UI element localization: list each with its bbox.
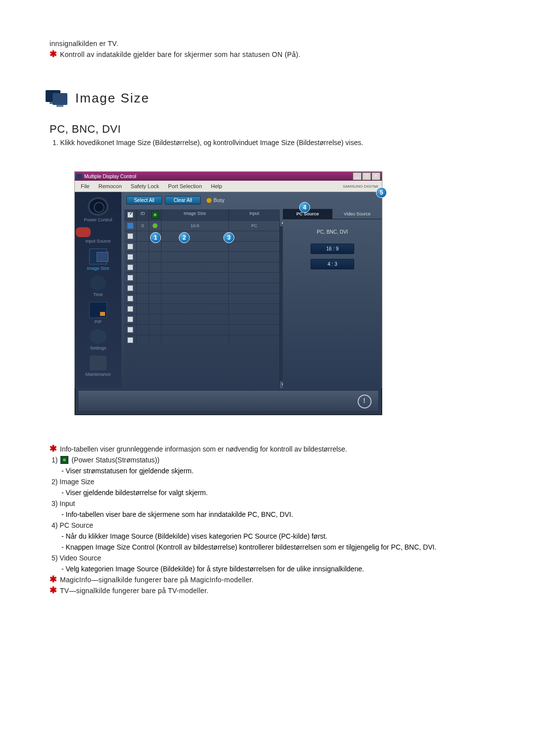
- sidebar-label-time: Time: [75, 292, 121, 297]
- note-0: Info-tabellen viser grunnleggende inform…: [60, 445, 347, 453]
- callout-5: 5: [376, 187, 387, 198]
- app-icon: [76, 174, 82, 179]
- callout-2: 2: [179, 232, 190, 243]
- select-all-button[interactable]: Select All: [126, 196, 162, 204]
- table-row[interactable]: [124, 241, 280, 252]
- table-row[interactable]: [124, 262, 280, 272]
- subsection-desc: 1. Klikk hovedikonet Image Size (Bildest…: [53, 139, 505, 147]
- table-row[interactable]: [124, 293, 280, 303]
- callout-1: 1: [150, 232, 161, 243]
- col-input[interactable]: Input: [229, 209, 280, 220]
- sidebar-item-image-size[interactable]: Image Size: [75, 249, 121, 271]
- row-checkbox[interactable]: [127, 254, 133, 260]
- menu-file[interactable]: File: [81, 183, 90, 189]
- sidebar-label-input: Input Source: [75, 239, 121, 244]
- row-checkbox[interactable]: [127, 327, 133, 333]
- table-row[interactable]: [124, 303, 280, 314]
- size-4-3-button[interactable]: 4 : 3: [311, 259, 354, 269]
- row-checkbox[interactable]: [127, 337, 133, 343]
- table-row[interactable]: [124, 314, 280, 324]
- menu-remocon[interactable]: Remocon: [99, 183, 122, 189]
- power-icon: [88, 197, 108, 216]
- menu-safety[interactable]: Safety Lock: [131, 183, 159, 189]
- table-row[interactable]: [124, 335, 280, 345]
- power-col-icon: [151, 211, 159, 219]
- star-icon: ✱: [50, 50, 57, 57]
- table-row[interactable]: [124, 252, 280, 262]
- alert-icon: [358, 395, 372, 408]
- sidebar-label-image: Image Size: [75, 266, 121, 271]
- sidebar-item-power[interactable]: Power Control: [75, 197, 121, 222]
- table-row[interactable]: [124, 324, 280, 335]
- busy-indicator-icon: [207, 198, 212, 203]
- panel-label: PC, BNC, DVI: [288, 229, 377, 235]
- cell-input: PC: [229, 221, 280, 231]
- size-16-9-button[interactable]: 16 : 9: [311, 244, 354, 254]
- power-status-icon: [60, 456, 68, 464]
- row-checkbox[interactable]: [127, 264, 133, 270]
- brand-label: SAMSUNG DIGITall: [343, 184, 378, 189]
- header-checkbox[interactable]: [127, 212, 133, 218]
- row-checkbox[interactable]: [127, 296, 133, 302]
- tab-video-source[interactable]: Video Source: [332, 209, 382, 219]
- sidebar: Power Control Input Source Image Size Ti…: [75, 192, 121, 388]
- pip-icon: [89, 302, 107, 318]
- intro-line-1: innsignalkilden er TV.: [50, 40, 505, 48]
- table-row[interactable]: [124, 272, 280, 283]
- sidebar-item-pip[interactable]: PIP: [75, 302, 121, 324]
- app-window: Multiple Display Control _ □ × File Remo…: [74, 171, 382, 415]
- remote-icon: [76, 227, 91, 237]
- note-4-sub2: - Knappen Image Size Control (Kontroll a…: [61, 543, 505, 551]
- sidebar-item-settings[interactable]: Settings: [75, 329, 121, 351]
- table-row[interactable]: 0 16:9 PC: [124, 220, 280, 231]
- row-checkbox[interactable]: [127, 306, 133, 312]
- note-6: MagicInfo—signalkilde fungerer bare på M…: [60, 576, 254, 584]
- window-title: Multiple Display Control: [84, 174, 136, 179]
- note-1-sub: - Viser strømstatusen for gjeldende skje…: [61, 467, 505, 475]
- note-1-head: 1): [52, 456, 57, 464]
- sidebar-label-settings: Settings: [75, 346, 121, 351]
- display-grid: ID Image Size Input 0 16:9 PC: [124, 209, 280, 388]
- callout-3: 3: [223, 232, 234, 243]
- close-button[interactable]: ×: [372, 172, 380, 180]
- sidebar-item-time[interactable]: Time: [75, 276, 121, 297]
- clock-icon: [90, 276, 107, 291]
- col-image-size[interactable]: Image Size: [161, 209, 229, 220]
- maximize-button[interactable]: □: [362, 172, 371, 180]
- row-checkbox[interactable]: [127, 233, 133, 239]
- intro-line-2: Kontroll av indatakilde gjelder bare for…: [60, 50, 300, 58]
- busy-label: Busy: [214, 198, 224, 203]
- table-row[interactable]: [124, 283, 280, 293]
- power-on-icon: [153, 223, 158, 228]
- row-checkbox[interactable]: [127, 285, 133, 291]
- sidebar-label-pip: PIP: [75, 319, 121, 324]
- row-checkbox[interactable]: [127, 244, 133, 250]
- row-checkbox[interactable]: [127, 316, 133, 322]
- clear-all-button[interactable]: Clear All: [165, 196, 201, 204]
- note-4-head: 4) PC Source: [52, 521, 93, 529]
- note-2-sub: - Viser gjeldende bildestørrelse for val…: [61, 489, 505, 497]
- minimize-button[interactable]: _: [353, 172, 362, 180]
- gear-icon: [90, 329, 107, 344]
- star-icon: ✱: [50, 587, 57, 594]
- note-4-sub1: - Når du klikker Image Source (Bildekild…: [61, 532, 505, 540]
- sidebar-item-maintenance[interactable]: Maintenance: [75, 355, 121, 377]
- note-5-head: 5) Video Source: [52, 554, 101, 562]
- note-2-head: 2) Image Size: [52, 478, 94, 486]
- menu-port[interactable]: Port Selection: [168, 183, 202, 189]
- table-row[interactable]: [124, 231, 280, 241]
- note-3-head: 3) Input: [52, 500, 75, 507]
- col-id[interactable]: ID: [137, 209, 149, 220]
- row-checkbox[interactable]: [127, 275, 133, 281]
- image-size-section-icon: [46, 88, 67, 108]
- sidebar-label-power: Power Control: [75, 217, 121, 222]
- sidebar-item-input[interactable]: Input Source: [75, 227, 121, 244]
- status-bar: [78, 390, 379, 412]
- row-checkbox[interactable]: [127, 223, 133, 229]
- cell-id: 0: [137, 221, 149, 231]
- sidebar-label-maint: Maintenance: [75, 372, 121, 377]
- cell-image-size: 16:9: [161, 221, 229, 231]
- note-5-sub: - Velg kategorien Image Source (Bildekil…: [61, 565, 505, 573]
- menu-help[interactable]: Help: [211, 183, 222, 189]
- note-3-sub: - Info-tabellen viser bare de skjermene …: [61, 510, 505, 518]
